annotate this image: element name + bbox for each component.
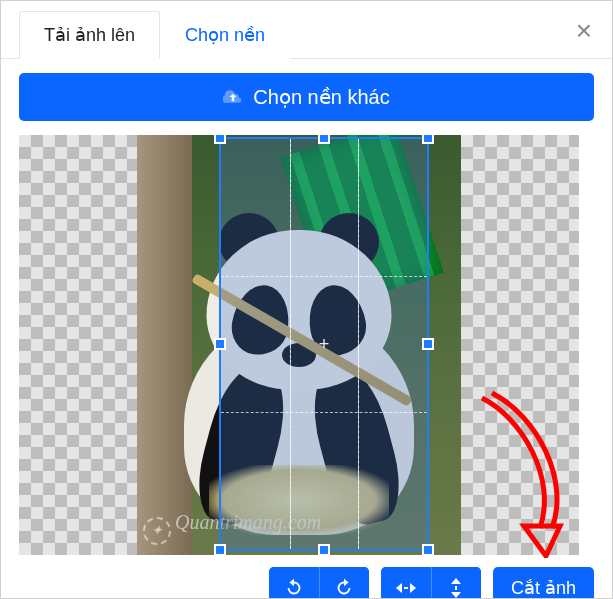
tab-bar: Tải ảnh lên Chọn nền ×: [1, 11, 612, 59]
tab-choose-background[interactable]: Chọn nền: [160, 11, 290, 59]
rotate-right-button[interactable]: [319, 567, 369, 599]
flip-vertical-button[interactable]: [431, 567, 481, 599]
rotate-right-icon: [333, 577, 355, 599]
rotate-group: [269, 567, 369, 599]
crop-center-icon: +: [319, 334, 330, 355]
crop-handle-top-right[interactable]: [422, 135, 434, 144]
flip-vertical-icon: [447, 576, 465, 599]
crop-button[interactable]: Cắt ảnh: [493, 567, 594, 599]
tab-upload[interactable]: Tải ảnh lên: [19, 11, 160, 59]
crop-handle-top-left[interactable]: [214, 135, 226, 144]
choose-other-background-label: Chọn nền khác: [253, 86, 389, 108]
flip-horizontal-icon: [394, 579, 418, 597]
crop-handle-bottom-right[interactable]: [422, 544, 434, 555]
choose-other-background-button[interactable]: Chọn nền khác: [19, 73, 594, 121]
transparency-checker-left: [19, 135, 137, 555]
upload-icon: [223, 88, 243, 106]
transparency-checker-right: [461, 135, 579, 555]
flip-horizontal-button[interactable]: [381, 567, 431, 599]
crop-handle-right[interactable]: [422, 338, 434, 350]
crop-handle-top[interactable]: [318, 135, 330, 144]
image-canvas: ✦Quantrimang.com +: [19, 135, 579, 555]
crop-handle-left[interactable]: [214, 338, 226, 350]
crop-handle-bottom-left[interactable]: [214, 544, 226, 555]
image-crop-dialog: Tải ảnh lên Chọn nền × Chọn nền khác: [1, 1, 612, 599]
rotate-left-button[interactable]: [269, 567, 319, 599]
rotate-left-icon: [283, 577, 305, 599]
crop-handle-bottom[interactable]: [318, 544, 330, 555]
crop-toolbar: Cắt ảnh: [19, 567, 594, 599]
close-icon[interactable]: ×: [576, 17, 592, 45]
crop-selection[interactable]: +: [219, 137, 429, 551]
flip-group: [381, 567, 481, 599]
